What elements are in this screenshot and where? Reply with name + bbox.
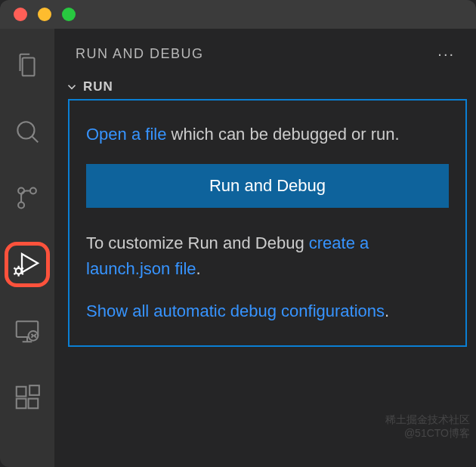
source-control-icon[interactable] (5, 175, 50, 221)
svg-point-3 (18, 188, 24, 194)
svg-point-4 (18, 203, 24, 209)
svg-point-2 (30, 188, 36, 194)
window-close[interactable] (14, 8, 27, 21)
more-actions-button[interactable]: ··· (437, 45, 455, 63)
run-debug-sidebar: RUN AND DEBUG ··· RUN Open a file which … (54, 29, 476, 467)
svg-rect-17 (17, 399, 26, 409)
explorer-icon[interactable] (5, 42, 50, 88)
watermark: 稀土掘金技术社区 @51CTO博客 (385, 413, 470, 440)
svg-point-5 (16, 268, 22, 274)
svg-line-9 (14, 273, 16, 274)
chevron-down-icon (65, 80, 79, 94)
run-and-debug-button[interactable]: Run and Debug (86, 164, 449, 208)
show-all-configs-link[interactable]: Show all automatic debug configurations (86, 302, 385, 320)
window-zoom[interactable] (62, 8, 76, 21)
svg-line-10 (22, 273, 23, 274)
customize-text: To customize Run and Debug create a laun… (86, 230, 449, 282)
open-file-text: Open a file which can be debugged or run… (86, 122, 449, 147)
window-minimize[interactable] (38, 8, 51, 21)
svg-line-1 (32, 137, 39, 143)
titlebar (0, 0, 476, 29)
show-all-text: Show all automatic debug configurations. (86, 298, 449, 324)
search-icon[interactable] (5, 109, 50, 154)
run-section-header[interactable]: RUN (54, 76, 476, 99)
sidebar-title: RUN AND DEBUG (76, 46, 204, 62)
remote-explorer-icon[interactable] (5, 308, 50, 354)
run-panel: Open a file which can be debugged or run… (68, 99, 467, 347)
svg-rect-16 (17, 387, 26, 397)
svg-rect-19 (29, 385, 39, 395)
activitybar (0, 29, 54, 467)
svg-point-0 (17, 122, 34, 138)
extensions-icon[interactable] (5, 375, 50, 420)
run-debug-icon[interactable] (5, 242, 50, 287)
open-file-link[interactable]: Open a file (86, 125, 166, 144)
run-section-label: RUN (83, 79, 113, 94)
svg-line-7 (14, 268, 16, 269)
svg-rect-18 (29, 399, 39, 409)
svg-line-8 (22, 268, 23, 269)
